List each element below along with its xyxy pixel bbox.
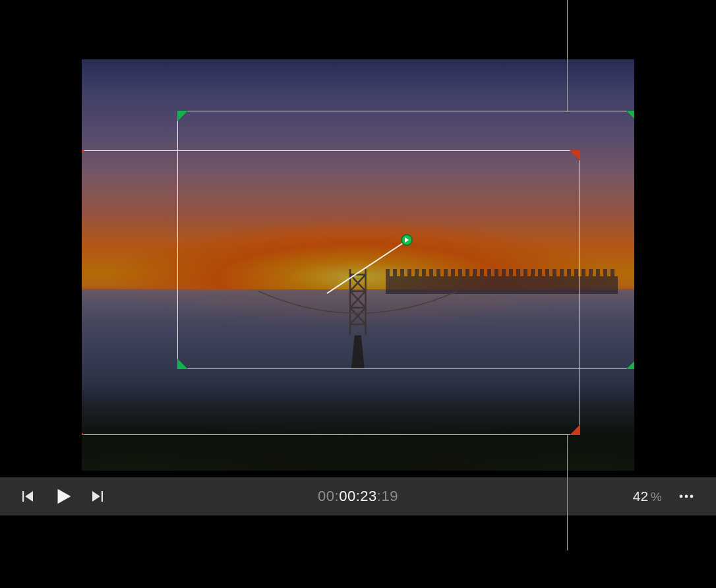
timecode-minutes: 00 (339, 488, 355, 504)
zoom-level[interactable]: 42 % (628, 486, 667, 506)
svg-rect-1 (22, 491, 24, 502)
kenburns-motion-arrowhead[interactable] (401, 234, 413, 246)
play-icon (53, 486, 73, 506)
play-button[interactable] (46, 481, 79, 512)
timecode-hours: 00 (318, 488, 334, 504)
kenburns-start-handle-tl[interactable] (82, 150, 84, 161)
timecode-display[interactable]: 00:00:23:19 (318, 488, 398, 505)
callout-line-bottom (567, 435, 568, 550)
svg-rect-5 (102, 491, 103, 502)
skip-forward-icon (90, 488, 105, 504)
kenburns-start-handle-br[interactable] (570, 425, 580, 435)
svg-marker-4 (92, 491, 100, 502)
ellipsis-icon (678, 488, 695, 504)
more-options-button[interactable] (671, 483, 701, 510)
zoom-unit: % (651, 490, 662, 504)
kenburns-end-handle-tl[interactable] (177, 111, 188, 121)
svg-marker-2 (25, 491, 33, 502)
kenburns-end-handle-br[interactable] (626, 359, 634, 369)
skip-back-icon (20, 488, 36, 504)
kenburns-end-handle-bl[interactable] (177, 359, 188, 369)
timecode-frames: 19 (381, 488, 398, 504)
svg-point-8 (690, 495, 694, 498)
zoom-value: 42 (633, 488, 648, 504)
svg-point-7 (685, 495, 688, 498)
playback-toolbar: 00:00:23:19 42 % (0, 477, 716, 515)
callout-line-top (567, 0, 568, 112)
svg-marker-3 (58, 489, 71, 504)
video-viewer (82, 59, 634, 471)
next-edit-button[interactable] (83, 483, 112, 510)
previous-edit-button[interactable] (13, 483, 42, 510)
kenburns-start-handle-bl[interactable] (82, 425, 84, 435)
timecode-seconds: 23 (360, 488, 376, 504)
kenburns-end-handle-tr[interactable] (626, 111, 634, 121)
svg-point-6 (680, 495, 683, 498)
